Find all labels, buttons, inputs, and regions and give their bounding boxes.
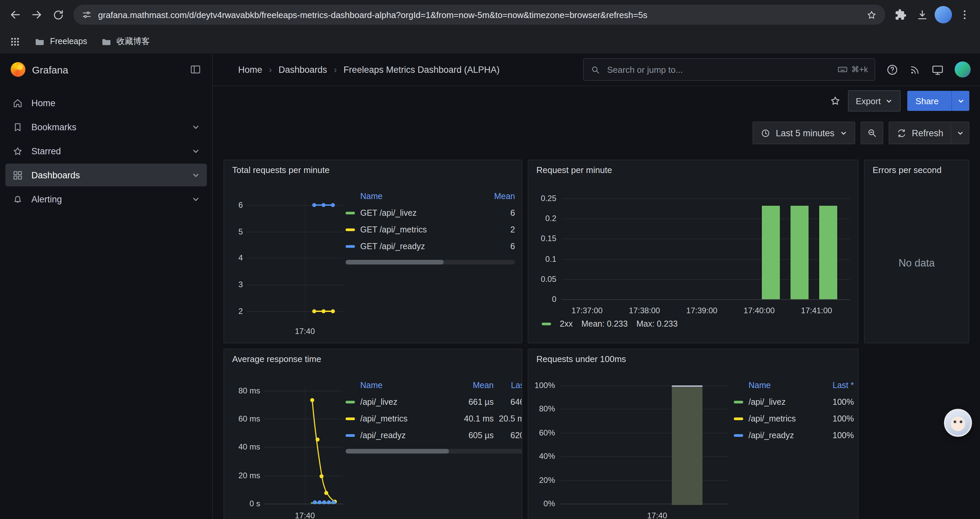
legend-table: Name Mean GET /api/_livez 6 GET /api/_me… <box>345 188 515 265</box>
legend-col-last[interactable]: Las <box>494 381 522 390</box>
panel-title[interactable]: Average response time <box>224 349 522 369</box>
bookmark-blog[interactable]: 收藏博客 <box>100 36 150 47</box>
search-input[interactable] <box>606 64 832 75</box>
series-color-dash <box>542 323 551 325</box>
bookmark-freeleaps[interactable]: Freeleaps <box>34 36 87 47</box>
legend-col-name[interactable]: Name <box>345 192 488 201</box>
bookmark-icon <box>12 121 23 133</box>
favorite-star-icon[interactable] <box>829 95 841 107</box>
scrollbar-thumb[interactable] <box>345 449 449 454</box>
grafana-logo[interactable] <box>11 62 25 77</box>
chevron-down-icon[interactable] <box>191 195 200 203</box>
share-menu-button[interactable] <box>951 91 969 111</box>
extensions-button[interactable] <box>891 5 911 25</box>
legend-table: Name Last * /api/_livez 100% /api/_metri… <box>734 377 854 444</box>
rss-icon[interactable] <box>909 64 921 75</box>
browser-window: grafana.mathmast.com/d/deytv4rwavabkb/fr… <box>0 0 980 519</box>
legend-row[interactable]: GET /api/_livez 6 <box>345 204 515 221</box>
apps-grid-icon[interactable] <box>10 36 21 47</box>
time-range-picker[interactable]: Last 5 minutes <box>752 121 855 144</box>
url-text[interactable]: grafana.mathmast.com/d/deytv4rwavabkb/fr… <box>98 10 860 20</box>
bar-2xx[interactable] <box>819 206 837 299</box>
bar-under-100ms[interactable] <box>672 385 703 505</box>
browser-menu-button[interactable] <box>955 5 975 25</box>
forward-icon <box>30 8 43 21</box>
back-button[interactable] <box>5 5 25 25</box>
sidebar-item-home[interactable]: Home <box>5 91 207 114</box>
search-shortcut: ⌘+k <box>837 64 868 75</box>
legend-col-mean[interactable]: Mean <box>488 192 515 201</box>
breadcrumb-home[interactable]: Home <box>238 64 262 75</box>
bar-2xx[interactable] <box>762 206 780 299</box>
legend-scrollbar[interactable] <box>345 260 515 265</box>
reload-button[interactable] <box>48 5 68 25</box>
panel-title[interactable]: Errors per second <box>865 160 969 180</box>
folder-icon <box>34 36 45 47</box>
sidebar-item-dashboards[interactable]: Dashboards <box>5 164 207 186</box>
legend-series-name[interactable]: 2xx <box>560 319 573 329</box>
export-button[interactable]: Export <box>848 90 900 112</box>
breadcrumb-separator: › <box>334 64 337 75</box>
legend-row[interactable]: /api/_livez 661 µs 646 <box>345 393 522 410</box>
sidebar-item-label: Home <box>31 98 200 108</box>
legend-row[interactable]: /api/_readyz 605 µs 620 <box>345 427 522 444</box>
sidebar-item-starred[interactable]: Starred <box>5 140 207 162</box>
series-point <box>331 309 335 313</box>
puzzle-icon <box>895 9 907 21</box>
panel-total-requests-per-minute: Total requests per minute 6 5 4 3 2 17:4… <box>223 160 522 343</box>
address-bar[interactable]: grafana.mathmast.com/d/deytv4rwavabkb/fr… <box>73 5 885 25</box>
y-tick: 2 <box>227 307 243 316</box>
help-icon[interactable] <box>886 63 899 76</box>
legend-row[interactable]: /api/_readyz 100% <box>734 427 854 444</box>
legend-row[interactable]: GET /api/_readyz 6 <box>345 238 515 254</box>
y-tick: 60% <box>531 428 555 438</box>
chevron-down-icon[interactable] <box>191 123 200 131</box>
legend-scrollbar[interactable] <box>345 449 522 454</box>
forward-button[interactable] <box>27 5 47 25</box>
scrollbar-thumb[interactable] <box>345 260 444 265</box>
legend-col-last[interactable]: Last * <box>816 381 854 390</box>
panel-request-per-minute: Request per minute 0.25 0.2 0.15 0.1 0.0… <box>528 160 859 343</box>
no-data-message: No data <box>865 257 969 269</box>
legend-col-name[interactable]: Name <box>345 381 451 390</box>
share-button[interactable]: Share <box>908 91 969 111</box>
keyboard-icon <box>837 64 848 75</box>
collapse-sidebar-icon[interactable] <box>189 64 202 75</box>
legend-inline: 2xx Mean: 0.233 Max: 0.233 <box>542 319 678 329</box>
refresh-interval-button[interactable] <box>951 122 969 144</box>
profile-button[interactable] <box>933 5 953 25</box>
panel-title[interactable]: Request per minute <box>528 160 858 180</box>
legend-row[interactable]: GET /api/_metrics 2 <box>345 221 515 238</box>
site-info-icon[interactable] <box>81 10 92 20</box>
y-tick: 80% <box>531 404 555 414</box>
zoom-out-icon <box>866 128 877 138</box>
legend-row[interactable]: /api/_metrics 40.1 ms 20.5 m <box>345 410 522 427</box>
breadcrumb-current: Freeleaps Metrics Dashboard (ALPHA) <box>344 64 500 75</box>
search-box[interactable]: ⌘+k <box>583 58 875 81</box>
monitor-icon[interactable] <box>931 63 944 76</box>
sidebar-item-bookmarks[interactable]: Bookmarks <box>5 115 207 138</box>
user-avatar[interactable] <box>955 61 970 77</box>
breadcrumb: Home › Dashboards › Freeleaps Metrics Da… <box>238 64 500 75</box>
series-color-dash <box>345 228 355 231</box>
breadcrumb-dashboards[interactable]: Dashboards <box>278 64 327 75</box>
sidebar-item-alerting[interactable]: Alerting <box>5 188 207 211</box>
panel-title[interactable]: Total requests per minute <box>224 160 522 180</box>
series-point <box>312 203 316 207</box>
kebab-menu-icon <box>959 9 970 21</box>
legend-col-mean[interactable]: Mean <box>451 381 494 390</box>
legend-row[interactable]: /api/_metrics 100% <box>734 410 854 427</box>
chevron-down-icon[interactable] <box>191 171 200 179</box>
refresh-button[interactable]: Refresh <box>889 122 951 144</box>
y-tick: 6 <box>227 200 243 210</box>
legend-row[interactable]: /api/_livez 100% <box>734 393 854 410</box>
bookmark-star-icon[interactable] <box>866 9 877 21</box>
legend-col-name[interactable]: Name <box>734 381 816 390</box>
panel-title[interactable]: Requests under 100ms <box>528 349 858 369</box>
downloads-button[interactable] <box>912 5 932 25</box>
sidebar-item-label: Alerting <box>31 194 183 204</box>
bar-2xx[interactable] <box>791 206 808 299</box>
chevron-down-icon[interactable] <box>191 147 200 155</box>
assistant-avatar[interactable] <box>944 409 972 437</box>
zoom-out-button[interactable] <box>860 121 883 144</box>
